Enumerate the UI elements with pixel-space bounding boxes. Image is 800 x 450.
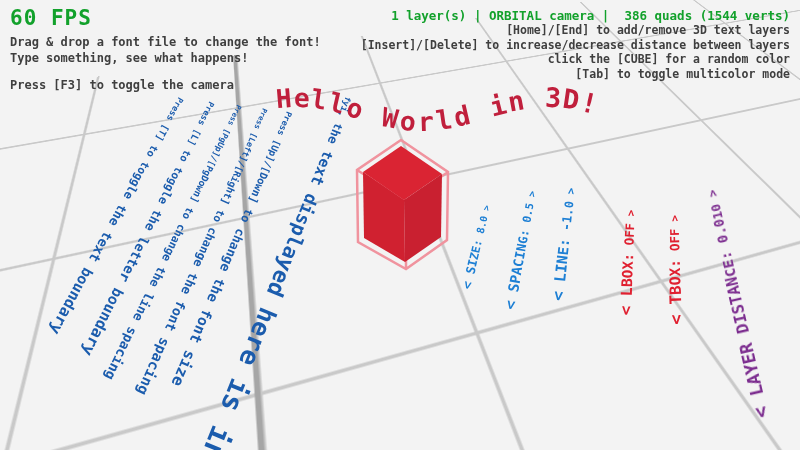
hint-layer-distance-keys: [Insert]/[Delete] to increase/decrease d… [361, 38, 790, 53]
status-bar: 1 layer(s) | ORBITAL camera | 386 quads … [361, 8, 790, 81]
fps-counter: 60 FPS [10, 6, 92, 30]
cube[interactable] [346, 138, 452, 272]
hint-add-remove-layers: [Home]/[End] to add/remove 3D text layer… [361, 23, 790, 38]
hint-type-something: Type something, see what happens! [10, 51, 248, 65]
label-lbox: < LBOX: OFF > [618, 209, 638, 315]
hint-multicolor-mode: [Tab] to toggle multicolor mode [361, 67, 790, 82]
render-status: 1 layer(s) | ORBITAL camera | 386 quads … [361, 8, 790, 23]
font-3d-demo-window: Press [T] to toggle the text boundary Pr… [0, 0, 800, 450]
hint-click-cube: click the [CUBE] for a random color [361, 52, 790, 67]
hint-toggle-camera: Press [F3] to toggle the camera [10, 78, 234, 92]
hint-drag-drop-font: Drag & drop a font file to change the fo… [10, 35, 321, 49]
hello-3d-text: Hello World in 3D! [276, 94, 599, 125]
